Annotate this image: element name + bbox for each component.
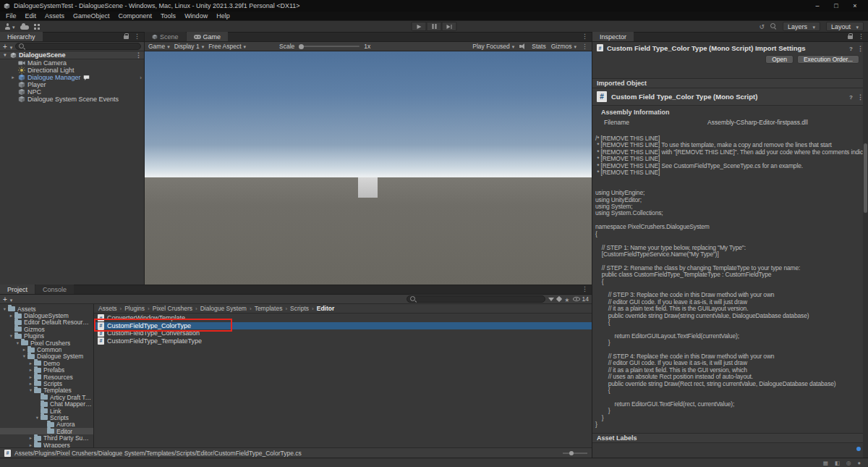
game-viewport[interactable] xyxy=(145,51,592,285)
breadcrumb-segment[interactable]: Assets xyxy=(98,305,117,312)
slider-thumb[interactable] xyxy=(299,44,304,49)
tree-item-chat-mapper[interactable]: Chat Mapper Templates xyxy=(0,400,93,407)
saved-search-star-icon[interactable] xyxy=(564,295,569,303)
hierarchy-item-main-camera[interactable]: Main Camera xyxy=(0,59,144,67)
undo-history-icon[interactable] xyxy=(759,22,765,30)
tab-project[interactable]: Project xyxy=(0,285,35,294)
cloud-button[interactable] xyxy=(20,23,29,30)
kebab-menu-icon[interactable] xyxy=(135,51,142,59)
tree-item-resources[interactable]: Resources xyxy=(0,374,93,380)
menu-help[interactable]: Help xyxy=(212,12,234,20)
tab-game[interactable]: Game xyxy=(187,32,229,41)
tree-item-templates[interactable]: Templates xyxy=(0,387,93,394)
execution-order-button[interactable]: Execution Order... xyxy=(797,55,859,64)
chevron-right-icon[interactable] xyxy=(27,381,34,387)
menu-tools[interactable]: Tools xyxy=(156,12,180,20)
scrollbar-thumb[interactable] xyxy=(864,143,867,213)
kebab-menu-icon[interactable] xyxy=(582,43,588,50)
chevron-right-icon[interactable] xyxy=(27,361,34,366)
menu-gameobject[interactable]: GameObject xyxy=(69,12,114,20)
file-customfieldtype-templatetype[interactable]: CustomFieldType_TemplateType xyxy=(94,337,592,345)
chevron-down-icon[interactable] xyxy=(27,387,34,393)
hierarchy-item-dialogue-manager[interactable]: ▸ Dialogue Manager › xyxy=(0,74,144,81)
tree-item-link[interactable]: Link xyxy=(0,408,93,414)
close-button[interactable] xyxy=(851,2,859,9)
project-search[interactable] xyxy=(407,295,545,303)
tree-item-prefabs[interactable]: Prefabs xyxy=(0,367,93,374)
tree-item-demo[interactable]: Demo xyxy=(0,360,93,366)
hierarchy-item-npc[interactable]: NPC xyxy=(0,88,144,96)
hierarchy-item-directional-light[interactable]: Directional Light xyxy=(0,67,144,74)
help-icon[interactable] xyxy=(849,44,853,52)
search-icon[interactable] xyxy=(770,23,777,30)
kebab-menu-icon[interactable] xyxy=(582,285,588,293)
hierarchy-item-player[interactable]: Player xyxy=(0,81,144,88)
game-mode-dropdown[interactable]: Game xyxy=(148,43,170,50)
chevron-right-icon[interactable] xyxy=(21,347,27,353)
tab-console[interactable]: Console xyxy=(35,285,74,294)
tab-scene[interactable]: Scene xyxy=(145,32,186,41)
pause-button[interactable] xyxy=(427,22,442,31)
status-panel-icon[interactable]: ◧ xyxy=(835,460,840,466)
chevron-down-icon[interactable] xyxy=(21,353,27,359)
help-icon[interactable] xyxy=(849,93,853,101)
minimize-button[interactable] xyxy=(814,2,821,9)
tree-item-plugins[interactable]: Plugins xyxy=(0,333,93,340)
chevron-down-icon[interactable] xyxy=(14,340,21,346)
mute-audio-icon[interactable] xyxy=(519,43,527,50)
breadcrumb-segment[interactable]: Plugins xyxy=(124,305,145,312)
status-grid-icon[interactable]: ▦ xyxy=(823,460,828,466)
chevron-right-icon[interactable] xyxy=(27,435,34,441)
slider-thumb[interactable] xyxy=(569,451,574,455)
tree-item-pixel-crushers[interactable]: Pixel Crushers xyxy=(0,340,93,346)
lock-icon[interactable] xyxy=(847,33,853,39)
hierarchy-search[interactable] xyxy=(15,43,141,50)
file-converterwindowtemplate[interactable]: ConverterWindowTemplate xyxy=(94,314,592,322)
file-customfieldtype-colortype[interactable]: CustomFieldType_ColorType xyxy=(94,322,592,330)
chevron-down-icon[interactable] xyxy=(8,333,14,339)
inspector-scrollbar[interactable] xyxy=(863,42,868,458)
status-activity-icon[interactable]: ● xyxy=(857,460,861,466)
asset-labels-bar[interactable]: Asset Labels xyxy=(592,433,868,443)
kebab-menu-icon[interactable] xyxy=(858,32,864,40)
create-button[interactable] xyxy=(3,295,7,303)
tree-item-third-party-support[interactable]: Third Party Support xyxy=(0,434,93,441)
tree-item-editor[interactable]: Editor xyxy=(0,428,93,434)
tree-item-common[interactable]: Common xyxy=(0,346,93,353)
hidden-packages-count[interactable]: 14 xyxy=(573,295,589,303)
menu-edit[interactable]: Edit xyxy=(21,12,41,20)
display-dropdown[interactable]: Display 1 xyxy=(174,43,204,50)
search-by-label-icon[interactable] xyxy=(556,296,562,302)
tree-item-dialogue-system[interactable]: Dialogue System xyxy=(0,353,93,360)
open-prefab-chevron-icon[interactable]: › xyxy=(140,75,144,81)
layout-dropdown[interactable]: Layout xyxy=(826,22,864,31)
tree-item-assets[interactable]: Assets xyxy=(0,306,93,312)
chevron-right-icon[interactable] xyxy=(27,442,34,448)
tree-item-articy-draft[interactable]: Articy Draft Templates xyxy=(0,394,93,400)
search-by-type-icon[interactable] xyxy=(548,298,554,301)
kebab-menu-icon[interactable] xyxy=(134,32,140,40)
play-button[interactable] xyxy=(412,22,427,31)
breadcrumb-segment[interactable]: Pixel Crushers xyxy=(153,305,192,312)
stats-button[interactable]: Stats xyxy=(532,43,545,50)
hierarchy-search-input[interactable] xyxy=(27,43,137,50)
menu-window[interactable]: Window xyxy=(180,12,212,20)
scale-slider[interactable] xyxy=(299,43,359,50)
breadcrumb-segment[interactable]: Editor xyxy=(317,305,335,312)
layers-dropdown[interactable]: Layers xyxy=(783,22,820,31)
menu-component[interactable]: Component xyxy=(114,12,157,20)
chevron-down-icon[interactable] xyxy=(1,306,8,312)
breadcrumb-segment[interactable]: Scripts xyxy=(290,305,309,312)
tree-item-gizmos[interactable]: Gizmos xyxy=(0,326,93,332)
step-button[interactable] xyxy=(442,22,457,31)
tab-hierarchy[interactable]: Hierarchy xyxy=(0,32,43,41)
status-target-icon[interactable]: ◎ xyxy=(846,460,851,466)
maximize-button[interactable] xyxy=(833,2,840,9)
chevron-right-icon[interactable] xyxy=(27,374,34,380)
breadcrumb-segment[interactable]: Templates xyxy=(255,305,283,312)
chevron-right-icon[interactable] xyxy=(27,367,34,373)
create-button[interactable] xyxy=(3,43,7,51)
chevron-right-icon[interactable]: ▸ xyxy=(10,75,16,80)
chevron-down-icon[interactable] xyxy=(2,52,8,58)
gizmos-dropdown[interactable]: Gizmos xyxy=(551,43,576,50)
